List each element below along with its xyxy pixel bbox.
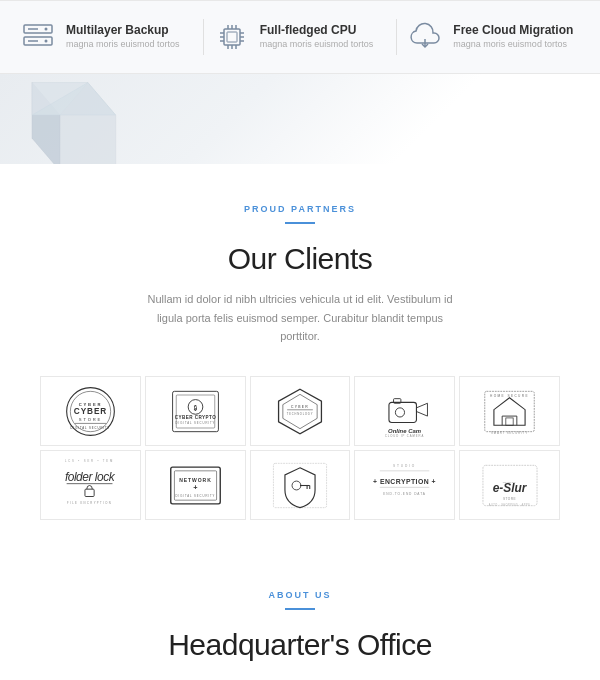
svg-text:STORE: STORE [503, 497, 516, 501]
logo-home-secure: HOME SECURE SMART SECURITY [459, 376, 560, 446]
svg-point-45 [395, 407, 404, 416]
feature-cloud-desc: magna moris euismod tortos [453, 39, 573, 51]
feature-backup: Multilayer Backup magna moris euismod to… [20, 19, 204, 55]
svg-text:folder lock: folder lock [65, 469, 116, 483]
svg-text:AUTO · SHOPPING · APPS: AUTO · SHOPPING · APPS [488, 502, 529, 506]
logo-eslur: ——— e-Slur STORE AUTO · SHOPPING · APPS [459, 450, 560, 520]
logo-shield-key [250, 450, 351, 520]
svg-point-68 [292, 481, 301, 490]
svg-text:STORE: STORE [79, 416, 102, 421]
svg-text:SMART SECURITY: SMART SECURITY [491, 430, 528, 434]
svg-text:STUDIO: STUDIO [393, 464, 416, 468]
logo-grid: CYBER CYBER STORE DIGITAL SECURITY ₿ CYB… [40, 376, 560, 520]
clients-divider [285, 222, 315, 224]
cloud-icon [407, 19, 443, 55]
feature-cpu-desc: magna moris euismod tortos [260, 39, 374, 51]
svg-text:DIGITAL SECURITY: DIGITAL SECURITY [71, 425, 111, 429]
svg-text:e-Slur: e-Slur [492, 480, 527, 494]
svg-marker-50 [494, 397, 525, 425]
svg-text:LCS • SER • TEM: LCS • SER • TEM [65, 458, 114, 462]
svg-rect-32 [172, 391, 218, 431]
svg-text:CYBER: CYBER [291, 405, 309, 409]
hq-desc: Morbi leo risus, porta ac consectetur ac… [140, 676, 460, 680]
svg-text:CYBER CRYPTO: CYBER CRYPTO [174, 414, 216, 419]
svg-point-2 [45, 28, 48, 31]
svg-text:HOME SECURE: HOME SECURE [490, 393, 529, 397]
svg-text:FILE ENCRYPTION: FILE ENCRYPTION [67, 500, 112, 504]
clients-title: Our Clients [40, 242, 560, 276]
svg-rect-6 [224, 29, 240, 45]
svg-point-3 [45, 40, 48, 43]
svg-text:CLOUD IP CAMERA: CLOUD IP CAMERA [385, 434, 424, 438]
logo-cyber-badge: CYBER TECHNOLOGY [250, 376, 351, 446]
hq-label: ABOUT US [40, 590, 560, 600]
svg-marker-44 [416, 403, 427, 416]
features-bar: Multilayer Backup magna moris euismod to… [0, 0, 600, 74]
svg-marker-38 [279, 389, 322, 434]
server-icon [20, 19, 56, 55]
logo-folder-lock: LCS • SER • TEM folder lock FILE ENCRYPT… [40, 450, 141, 520]
svg-rect-43 [389, 402, 417, 422]
svg-rect-7 [227, 32, 237, 42]
svg-rect-60 [85, 489, 94, 496]
feature-backup-desc: magna moris euismod tortos [66, 39, 180, 51]
hq-divider [285, 608, 315, 610]
logo-encryption: STUDIO + ENCRYPTION + END-TO-END DATA [354, 450, 455, 520]
svg-rect-54 [506, 417, 513, 424]
clients-desc: Nullam id dolor id nibh ultricies vehicu… [140, 290, 460, 346]
clients-label: PROUD PARTNERS [40, 204, 560, 214]
svg-text:DIGITAL SECURITY: DIGITAL SECURITY [175, 421, 215, 425]
cpu-icon [214, 19, 250, 55]
svg-marker-39 [283, 394, 317, 428]
feature-cloud-title: Free Cloud Migration [453, 23, 573, 37]
svg-text:₿: ₿ [193, 403, 197, 410]
logo-online-cam: Online Cam CLOUD IP CAMERA [354, 376, 455, 446]
svg-text:DIGITAL SECURITY: DIGITAL SECURITY [175, 493, 215, 497]
svg-text:+ ENCRYPTION +: + ENCRYPTION + [373, 477, 436, 484]
svg-text:TECHNOLOGY: TECHNOLOGY [287, 411, 314, 415]
feature-backup-title: Multilayer Backup [66, 23, 180, 37]
logo-network: NETWORK + DIGITAL SECURITY [145, 450, 246, 520]
svg-text:+: + [193, 483, 197, 492]
svg-text:END-TO-END DATA: END-TO-END DATA [383, 491, 426, 495]
cube-decoration [0, 74, 600, 164]
feature-cpu-title: Full-fledged CPU [260, 23, 374, 37]
svg-text:CYBER: CYBER [74, 407, 107, 416]
svg-text:Online Cam: Online Cam [388, 427, 422, 433]
clients-section: PROUD PARTNERS Our Clients Nullam id dol… [0, 164, 600, 550]
svg-text:NETWORK: NETWORK [179, 476, 211, 482]
logo-cyber-store: CYBER CYBER STORE DIGITAL SECURITY [40, 376, 141, 446]
hq-section: ABOUT US Headquarter's Office Morbi leo … [0, 550, 600, 680]
svg-text:CYBER: CYBER [79, 402, 103, 407]
hq-title: Headquarter's Office [40, 628, 560, 662]
feature-cpu: Full-fledged CPU magna moris euismod tor… [214, 19, 398, 55]
logo-cyber-crypto: ₿ CYBER CRYPTO DIGITAL SECURITY [145, 376, 246, 446]
feature-cloud: Free Cloud Migration magna moris euismod… [407, 19, 580, 55]
